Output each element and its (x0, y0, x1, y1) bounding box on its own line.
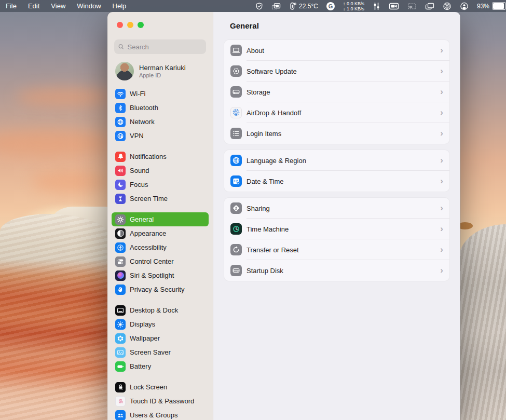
battery-icon (115, 361, 126, 372)
settings-group-maintenance: Sharing › Time Machine › Transfer or Res… (224, 197, 450, 281)
bluetooth-icon (115, 103, 126, 113)
sidebar-group-system: General Appearance Accessibility Control… (112, 212, 209, 296)
startup-drive-icon (230, 265, 242, 276)
sidebar-item-label: Wi-Fi (130, 90, 145, 98)
battery-icon (492, 2, 506, 10)
minimize-button[interactable] (127, 22, 133, 28)
row-label: Startup Disk (247, 267, 435, 275)
sidebar-item-vpn[interactable]: VPN (112, 129, 209, 143)
video-camera-icon[interactable] (385, 0, 403, 12)
sidebar-item-appearance[interactable]: Appearance (112, 226, 209, 240)
row-software-update[interactable]: Software Update › (224, 61, 449, 82)
traffic-lights (112, 22, 209, 28)
row-label: Language & Region (247, 157, 435, 165)
sidebar-item-siri-spotlight[interactable]: Siri & Spotlight (112, 268, 209, 282)
row-label: Sharing (247, 205, 435, 212)
sidebar-item-label: Screen Saver (130, 348, 171, 356)
user-switch-icon[interactable] (456, 0, 473, 12)
profile-name: Herman Kariuki (139, 64, 186, 72)
sidebar-item-wifi[interactable]: Wi-Fi (112, 87, 209, 101)
search-input[interactable] (127, 43, 202, 51)
sliders-icon[interactable] (368, 0, 385, 12)
sidebar-item-battery[interactable]: Battery (112, 359, 209, 373)
sidebar-item-network[interactable]: Network (112, 115, 209, 129)
sidebar-item-label: Users & Groups (130, 411, 177, 419)
row-transfer-reset[interactable]: Transfer or Reset › (224, 239, 449, 260)
airplay-rings-icon[interactable] (439, 0, 456, 12)
cloud (0, 130, 114, 156)
vpn-globe-icon (115, 131, 126, 141)
row-about[interactable]: About › (224, 40, 449, 61)
sidebar-item-desktop-dock[interactable]: Desktop & Dock (112, 303, 209, 317)
windows-copy-icon[interactable] (421, 0, 439, 12)
row-label: Time Machine (247, 225, 435, 233)
reset-arrow-icon (230, 244, 242, 255)
temperature-status[interactable]: 22.5°C (285, 0, 322, 12)
screen-layout-icon[interactable] (267, 0, 285, 12)
network-speed-status[interactable]: ↑ 0.0 KB/s ↓ 1.0 KB/s (339, 0, 368, 12)
row-airdrop-handoff[interactable]: AirDrop & Handoff › (224, 102, 449, 123)
row-sharing[interactable]: Sharing › (224, 198, 449, 219)
chevron-right-icon: › (440, 224, 443, 233)
close-button[interactable] (117, 22, 123, 28)
avatar (115, 62, 134, 80)
chevron-right-icon: › (440, 204, 443, 212)
sidebar-item-screen-time[interactable]: Screen Time (112, 192, 209, 206)
sidebar-item-users-groups[interactable]: Users & Groups (112, 408, 209, 420)
menu-edit[interactable]: Edit (22, 0, 45, 12)
sidebar-item-privacy-security[interactable]: Privacy & Security (112, 282, 209, 296)
chevron-right-icon: › (440, 46, 443, 55)
calendar-clock-icon (230, 175, 242, 187)
search-icon (118, 44, 124, 50)
sidebar-item-screen-saver[interactable]: Screen Saver (112, 345, 209, 359)
menu-window[interactable]: Window (71, 0, 106, 12)
fingerprint-icon (115, 396, 126, 407)
dock-icon (115, 305, 126, 316)
chevron-right-icon: › (440, 266, 443, 275)
menu-bar: File Edit View Window Help 22.5°C G ↑ 0.… (0, 0, 506, 12)
menu-file[interactable]: File (0, 0, 22, 12)
row-storage[interactable]: Storage › (224, 82, 449, 102)
cloud (16, 88, 114, 106)
chevron-right-icon: › (440, 66, 443, 75)
row-language-region[interactable]: Language & Region › (224, 150, 449, 171)
sidebar-item-control-center[interactable]: Control Center (112, 254, 209, 268)
sidebar-item-label: Lock Screen (130, 383, 167, 391)
chevron-right-icon: › (440, 108, 443, 117)
sidebar-item-notifications[interactable]: Notifications (112, 150, 209, 164)
sidebar-item-lock-screen[interactable]: Lock Screen (112, 380, 209, 394)
speaker-icon (115, 166, 126, 176)
row-label: AirDrop & Handoff (247, 109, 435, 117)
battery-status[interactable]: 93% (473, 0, 506, 12)
menu-view[interactable]: View (45, 0, 71, 12)
sidebar-item-general[interactable]: General (112, 212, 209, 226)
chevron-right-icon: › (440, 177, 443, 185)
zoom-button[interactable] (138, 22, 144, 28)
sidebar-item-label: Screen Time (130, 195, 168, 202)
hand-icon (115, 284, 126, 295)
sidebar-item-label: Network (130, 118, 155, 126)
row-startup-disk[interactable]: Startup Disk › (224, 260, 449, 281)
airdrop-icon (230, 107, 242, 118)
row-login-items[interactable]: Login Items › (224, 123, 449, 144)
sidebar-item-touch-id[interactable]: Touch ID & Password (112, 394, 209, 408)
g-app-icon[interactable]: G (322, 0, 339, 12)
sidebar-group-display: Desktop & Dock Displays Wallpaper Screen… (112, 303, 209, 373)
sidebar-item-sound[interactable]: Sound (112, 164, 209, 178)
settings-group-locale: Language & Region › Date & Time › (224, 150, 450, 192)
sidebar-item-bluetooth[interactable]: Bluetooth (112, 101, 209, 115)
shield-check-icon[interactable] (251, 0, 267, 12)
sidebar-item-accessibility[interactable]: Accessibility (112, 240, 209, 254)
dashed-window-icon[interactable] (403, 0, 421, 12)
search-field[interactable] (114, 39, 206, 54)
sidebar-item-wallpaper[interactable]: Wallpaper (112, 331, 209, 345)
users-icon (115, 410, 126, 420)
upload-speed: ↑ 0.0 KB/s (343, 1, 364, 6)
wifi-icon (115, 89, 126, 99)
row-time-machine[interactable]: Time Machine › (224, 219, 449, 239)
sidebar-item-focus[interactable]: Focus (112, 178, 209, 192)
sidebar-item-displays[interactable]: Displays (112, 317, 209, 331)
apple-id-profile[interactable]: Herman Kariuki Apple ID (112, 61, 209, 87)
row-date-time[interactable]: Date & Time › (224, 171, 449, 192)
menu-help[interactable]: Help (107, 0, 132, 12)
